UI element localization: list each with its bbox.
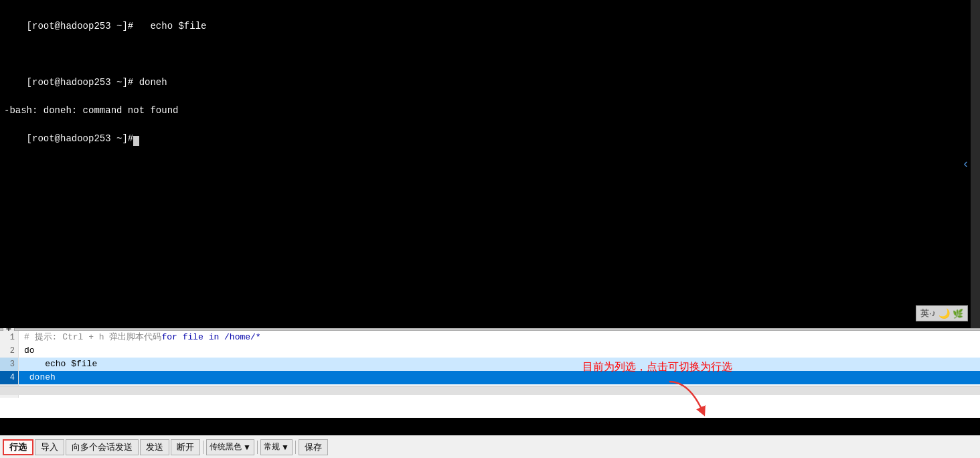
line-content-2: do: [19, 344, 35, 358]
editor-line-3: 3 echo $file: [0, 358, 980, 371]
moon-icon: 🌙: [938, 308, 950, 319]
right-arrow-icon[interactable]: ‹: [962, 157, 969, 171]
import-button[interactable]: 导入: [35, 439, 64, 455]
line-content-1: # 提示: Ctrl + h 弹出脚本代码for file in /home/*: [19, 331, 261, 344]
terminal-line-3: [root@hadoop253 ~]#: [4, 118, 976, 160]
language-indicator[interactable]: 英·♪ 🌙 🌿: [916, 305, 968, 321]
terminal-cursor: [133, 136, 139, 146]
line-content-3: echo $file: [19, 358, 97, 371]
line-number-1: 1: [0, 331, 19, 344]
color-chevron-icon: ▼: [243, 443, 251, 452]
editor-area[interactable]: 1 # 提示: Ctrl + h 弹出脚本代码for file in /home…: [0, 331, 980, 418]
toolbar: 行选 导入 向多个会话发送 发送 断开 传统黑色 ▼ 常规 ▼ 保存: [0, 435, 980, 458]
lang-extra: 🌿: [953, 309, 963, 319]
terminal-scrollbar[interactable]: [971, 0, 980, 328]
line-number-2: 2: [0, 344, 19, 358]
row-select-button[interactable]: 行选: [3, 439, 33, 455]
disconnect-button[interactable]: 断开: [171, 439, 200, 455]
terminal-error-line: -bash: doneh: command not found: [4, 104, 976, 118]
toolbar-separator-2: [257, 441, 258, 454]
save-button[interactable]: 保存: [299, 439, 328, 455]
color-dropdown[interactable]: 传统黑色 ▼: [206, 439, 254, 455]
terminal-area[interactable]: [root@hadoop253 ~]# echo $file [root@had…: [0, 0, 980, 328]
editor-line-4: 4 doneh: [0, 371, 980, 384]
editor-line-1: 1 # 提示: Ctrl + h 弹出脚本代码for file in /home…: [0, 331, 980, 344]
mode-chevron-icon: ▼: [281, 443, 289, 452]
terminal-line-1: [root@hadoop253 ~]# echo $file: [4, 5, 976, 48]
line-number-4: 4: [0, 371, 19, 384]
mode-label: 常规: [264, 441, 280, 453]
editor-scrollbar-bottom[interactable]: [0, 386, 980, 395]
color-label: 传统黑色: [210, 441, 242, 453]
line-number-3: 3: [0, 358, 19, 371]
editor-line-2: 2 do: [0, 344, 980, 358]
toolbar-separator-3: [295, 441, 296, 454]
lang-text: 英·♪: [920, 307, 936, 319]
toolbar-separator-1: [203, 441, 203, 454]
mode-dropdown[interactable]: 常规 ▼: [260, 439, 293, 455]
send-button[interactable]: 发送: [140, 439, 169, 455]
line-content-4: doneh: [19, 371, 56, 384]
terminal-line-2: [root@hadoop253 ~]# doneh: [4, 62, 976, 104]
prompt-1: [root@hadoop253 ~]#: [27, 21, 134, 31]
send-multi-button[interactable]: 向多个会话发送: [66, 439, 139, 455]
terminal-line-blank: [4, 48, 976, 62]
